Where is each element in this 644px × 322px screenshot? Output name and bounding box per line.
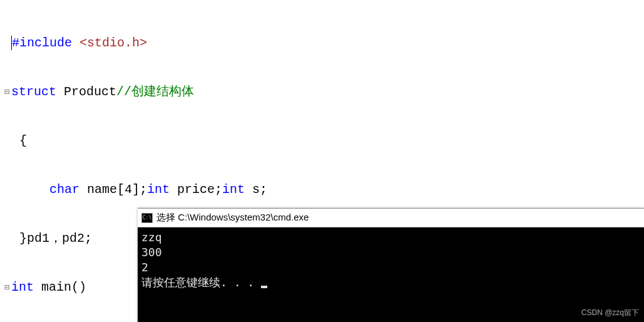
console-titlebar[interactable]: C:\ 选择 C:\Windows\system32\cmd.exe	[138, 209, 644, 227]
brace-token: {	[19, 133, 27, 148]
console-window[interactable]: C:\ 选择 C:\Windows\system32\cmd.exe zzq 3…	[138, 208, 644, 322]
comment-token: //创建结构体	[116, 85, 194, 99]
console-output: zzq 300 2 请按任意键继续. . .	[138, 227, 644, 293]
keyword-token: struct	[11, 85, 56, 99]
keyword-token: int	[222, 182, 245, 197]
fold-icon[interactable]: ⊟	[3, 279, 11, 296]
header-token: <stdio.h>	[79, 36, 147, 50]
output-line: 2	[141, 261, 148, 274]
keyword-token: int	[147, 182, 170, 197]
identifier-token: price;	[170, 182, 222, 197]
fold-icon[interactable]: ⊟	[3, 84, 11, 100]
code-line: char name[4];int price;int s;	[3, 182, 644, 198]
code-line: {	[3, 133, 644, 149]
identifier-token: name[4];	[79, 182, 147, 197]
code-line: #include <stdio.h>	[3, 35, 644, 51]
identifier-token: Product	[56, 85, 116, 99]
keyword-token: int	[11, 280, 34, 294]
watermark: CSDN @zzq留下	[581, 308, 639, 318]
output-line: 300	[141, 246, 162, 259]
console-title: 选择 C:\Windows\system32\cmd.exe	[156, 212, 309, 224]
identifier-token: main()	[34, 280, 86, 294]
output-line: zzq	[141, 231, 162, 244]
identifier-token: }pd1，pd2;	[19, 231, 92, 246]
preproc-token: #include	[12, 36, 72, 50]
cmd-icon: C:\	[141, 213, 153, 223]
console-cursor	[261, 286, 267, 288]
identifier-token: s;	[245, 182, 267, 197]
output-line: 请按任意键继续. . .	[141, 276, 261, 289]
code-line: ⊟struct Product//创建结构体	[3, 84, 644, 100]
indent	[19, 182, 49, 197]
keyword-token: char	[49, 182, 79, 197]
